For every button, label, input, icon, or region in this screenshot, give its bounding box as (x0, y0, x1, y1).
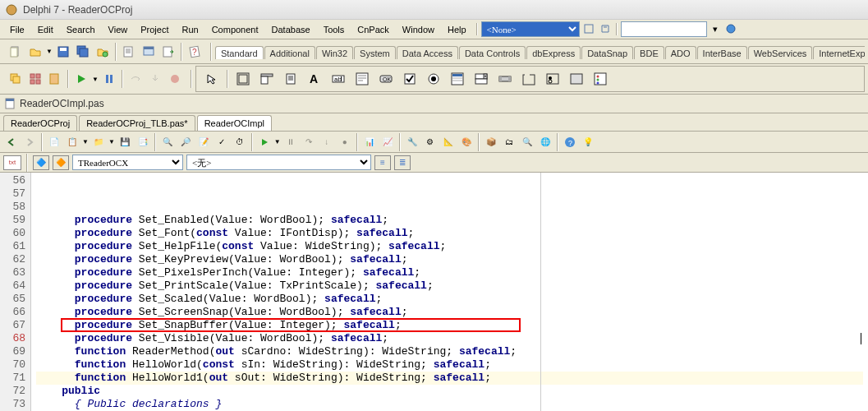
unit-tab[interactable]: ReaderOCProj (3, 115, 77, 131)
class-combo[interactable]: TReaderOCX (72, 155, 183, 170)
palette-tab-standard[interactable]: Standard (215, 46, 264, 59)
editor-icon-10[interactable]: ⏱ (232, 134, 248, 150)
palette-tab-datasnap[interactable]: DataSnap (581, 46, 633, 59)
palette-tab-dbexpress[interactable]: dbExpress (526, 46, 581, 59)
menu-window[interactable]: Window (396, 22, 441, 37)
arrange-button[interactable] (46, 70, 64, 88)
editor-icon-5[interactable]: 📑 (135, 134, 151, 150)
procedure-combo[interactable]: <无> (186, 155, 371, 170)
code-line[interactable]: procedure Set_Visible(Value: WordBool); … (36, 332, 863, 345)
editor-icon-17[interactable]: 🔧 (404, 134, 420, 150)
nav-icon-1[interactable]: ≡ (374, 155, 391, 170)
code-line[interactable]: procedure Set_PrintScale(Value: TxPrintS… (36, 279, 863, 293)
toggle-button[interactable] (159, 43, 177, 61)
run-button[interactable] (72, 70, 90, 88)
editor-icon-9[interactable]: ✓ (214, 134, 230, 150)
menu-database[interactable]: Database (265, 22, 317, 37)
menu-file[interactable]: File (3, 22, 31, 37)
code-line[interactable]: function HelloWorld1(out sOut: WideStrin… (36, 372, 863, 385)
editor-icon-8[interactable]: 📝 (195, 134, 212, 150)
bulb-icon[interactable]: 💡 (580, 134, 596, 150)
nav-icon-2[interactable]: ≣ (394, 155, 411, 170)
menu-project[interactable]: Project (134, 22, 175, 37)
palette-tab-data-controls[interactable]: Data Controls (459, 46, 526, 59)
palette-tab-additional[interactable]: Additional (264, 46, 315, 59)
menu-component[interactable]: Component (205, 22, 265, 37)
button-component[interactable]: OK (375, 68, 397, 90)
code-line[interactable]: procedure Set_ScreenSnap(Value: WordBool… (36, 306, 863, 319)
palette-tab-internetexpress[interactable]: InternetExpress (813, 46, 865, 59)
view-unit-button[interactable] (120, 43, 138, 61)
editor-icon-18[interactable]: ⚙ (422, 134, 439, 150)
groupbox-component[interactable] (518, 68, 540, 90)
editor-icon-1[interactable]: 📄 (46, 134, 62, 150)
palette-tab-data-access[interactable]: Data Access (397, 46, 458, 59)
go-icon[interactable] (723, 21, 738, 36)
unit-tab[interactable]: ReaderOCImpl (197, 115, 272, 131)
class-icon-1[interactable]: 🔷 (33, 155, 49, 170)
menu-tools[interactable]: Tools (317, 22, 351, 37)
code-line[interactable]: function ReaderMethod(out sCardno: WideS… (36, 345, 863, 358)
code-line[interactable]: { Public declarations } (36, 398, 863, 411)
save-all-button[interactable] (74, 43, 92, 61)
editor-icon-22[interactable]: 🗂 (501, 134, 517, 150)
listbox-component[interactable] (447, 68, 468, 90)
palette-tab-bde[interactable]: BDE (634, 46, 664, 59)
editor-icon-13[interactable]: ↓ (319, 134, 335, 150)
back-button[interactable] (3, 134, 20, 150)
palette-tab-interbase[interactable]: InterBase (697, 46, 747, 59)
combobox-component[interactable] (471, 68, 492, 90)
toolbar-icon-1[interactable] (581, 21, 596, 36)
radiobutton-component[interactable] (423, 68, 444, 90)
menu-run[interactable]: Run (175, 22, 204, 37)
editor-icon-19[interactable]: 📐 (440, 134, 457, 150)
menu-help[interactable]: Help (441, 22, 473, 37)
open-button[interactable] (26, 43, 44, 61)
run-icon[interactable] (256, 134, 273, 150)
panel-component[interactable] (566, 68, 587, 90)
step-into-button[interactable] (146, 70, 164, 88)
code-line[interactable]: procedure Set_KeyPreview(Value: WordBool… (36, 253, 863, 266)
cascade-button[interactable] (7, 70, 25, 88)
editor-icon-16[interactable]: 📈 (379, 134, 396, 150)
editor-icon-21[interactable]: 📦 (483, 134, 499, 150)
scrollbar-component[interactable] (494, 68, 516, 90)
popupmenu-component[interactable] (280, 68, 301, 90)
editor-icon-23[interactable]: 🔍 (519, 134, 535, 150)
dropdown-icon[interactable]: ▼ (46, 48, 53, 55)
checkbox-component[interactable] (399, 68, 420, 90)
code-line[interactable]: public (36, 385, 863, 398)
search-combo[interactable] (621, 21, 707, 37)
editor-icon-3[interactable]: 📁 (90, 134, 107, 150)
editor-icon-24[interactable]: 🌐 (537, 134, 553, 150)
txt-icon[interactable]: txt (3, 155, 21, 170)
step-over-button[interactable] (126, 70, 145, 88)
mainmenu-component[interactable] (256, 68, 278, 90)
breakpoint-button[interactable] (166, 70, 184, 88)
code-editor[interactable]: 565758596061626364656667686970717273 pro… (0, 173, 868, 411)
editor-icon-7[interactable]: 🔎 (177, 134, 194, 150)
code-line[interactable]: procedure Set_HelpFile(const Value: Wide… (36, 240, 863, 253)
menu-edit[interactable]: Edit (31, 22, 60, 37)
code-line[interactable]: procedure Set_Font(const Value: IFontDis… (36, 227, 863, 240)
view-form-button[interactable] (140, 43, 158, 61)
class-icon-2[interactable]: 🔶 (53, 155, 69, 170)
save-button[interactable] (54, 43, 72, 61)
open-project-button[interactable] (94, 43, 112, 61)
unit-tab[interactable]: ReaderOCProj_TLB.pas* (79, 115, 195, 131)
menu-search[interactable]: Search (60, 22, 102, 37)
project-combo[interactable]: <None> (481, 21, 580, 37)
palette-tab-webservices[interactable]: WebServices (748, 46, 813, 59)
editor-icon-4[interactable]: 💾 (117, 134, 133, 150)
radiogroup-component[interactable] (542, 68, 563, 90)
tile-button[interactable] (26, 70, 44, 88)
help-icon[interactable]: ? (562, 134, 578, 150)
editor-icon-15[interactable]: 📊 (361, 134, 378, 150)
code-line[interactable]: procedure Set_Scaled(Value: WordBool); s… (36, 293, 863, 306)
code-line[interactable]: function HelloWorld(const sIn: WideStrin… (36, 358, 863, 372)
editor-icon-12[interactable]: ↷ (301, 134, 317, 150)
editor-icon-14[interactable]: ● (337, 134, 353, 150)
toolbar-icon-2[interactable] (598, 21, 613, 36)
palette-tab-ado[interactable]: ADO (665, 46, 696, 59)
palette-tab-system[interactable]: System (354, 46, 396, 59)
